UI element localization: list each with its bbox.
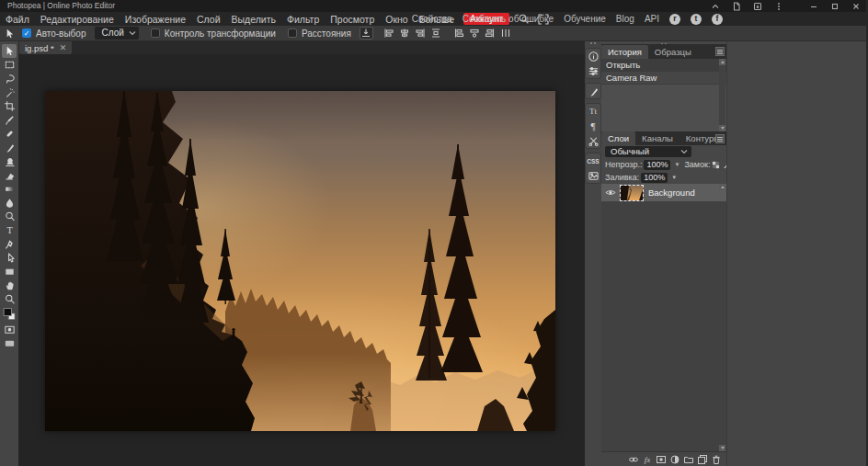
tool-pen[interactable] <box>2 237 17 251</box>
collapse-icon[interactable] <box>711 2 720 11</box>
tool-clone-stamp[interactable] <box>2 154 17 168</box>
transform-controls-checkbox[interactable] <box>151 28 160 38</box>
auto-select-checkbox[interactable]: ✓ <box>22 28 31 38</box>
distances-checkbox[interactable] <box>288 28 297 38</box>
auto-align-icon[interactable] <box>360 27 373 40</box>
tool-screen-mode[interactable] <box>2 336 17 350</box>
group-icon[interactable] <box>683 454 694 465</box>
layer-row[interactable]: Background <box>601 184 726 201</box>
align-vertical-icon[interactable] <box>429 27 443 40</box>
kebab-menu-icon[interactable] <box>774 2 783 11</box>
fill-spinner-icon[interactable]: ▼ <box>671 175 677 180</box>
menu-layer[interactable]: Слой <box>191 14 226 25</box>
new-layer-icon[interactable] <box>697 454 708 465</box>
tool-quick-mask[interactable] <box>2 323 17 336</box>
tool-type[interactable]: T <box>2 223 17 237</box>
menu-edit[interactable]: Редактирование <box>35 14 120 25</box>
adjustment-icon[interactable] <box>669 454 680 465</box>
link-properties[interactable]: Свойства <box>412 14 452 24</box>
link-icon[interactable] <box>628 454 639 465</box>
align-left-icon[interactable] <box>383 27 396 40</box>
menu-filter[interactable]: Фильтр <box>281 14 325 25</box>
tab-close-icon[interactable]: ✕ <box>60 43 67 52</box>
photo-document[interactable] <box>45 91 555 431</box>
menu-image[interactable]: Изображение <box>120 14 191 25</box>
layer-styles-icon[interactable]: fx <box>642 454 653 465</box>
align-center-icon[interactable] <box>398 27 412 40</box>
link-learn[interactable]: Обучение <box>564 14 606 24</box>
distribute-left-icon[interactable] <box>452 27 466 40</box>
tool-hand[interactable] <box>2 278 17 292</box>
scroll-down-icon[interactable] <box>719 445 725 451</box>
tool-spot-heal[interactable] <box>2 127 17 141</box>
distribute-right-icon[interactable] <box>484 27 497 40</box>
tab-channels[interactable]: Каналы <box>635 131 680 145</box>
link-api[interactable]: API <box>645 14 659 24</box>
menu-select[interactable]: Выделить <box>226 14 281 25</box>
character-icon[interactable]: Tt <box>587 104 600 119</box>
color-swatches[interactable] <box>2 306 17 323</box>
plugins-icon[interactable] <box>587 133 600 148</box>
document-tab[interactable]: ig.psd * ✕ <box>19 41 72 54</box>
adjustments-icon[interactable] <box>587 63 600 78</box>
tool-brush[interactable] <box>2 141 17 154</box>
menu-file[interactable]: Файл <box>0 14 35 25</box>
delete-icon[interactable] <box>711 454 722 465</box>
link-blog[interactable]: Blog <box>616 14 634 24</box>
close-icon[interactable] <box>851 2 861 11</box>
reddit-icon[interactable]: r <box>669 14 680 25</box>
tool-marquee-select[interactable] <box>2 58 17 72</box>
minimize-icon[interactable] <box>809 2 818 11</box>
opacity-input[interactable]: 100% <box>644 160 670 170</box>
image-assets-icon[interactable] <box>587 168 600 183</box>
menu-view[interactable]: Просмотр <box>325 14 380 25</box>
lock-transparency-icon[interactable] <box>712 160 720 169</box>
history-menu-icon[interactable] <box>715 47 725 56</box>
align-right-icon[interactable] <box>414 27 428 40</box>
tool-lasso[interactable] <box>2 72 17 85</box>
layers-scrollbar[interactable] <box>719 184 725 451</box>
tool-dodge[interactable] <box>2 210 17 223</box>
facebook-icon[interactable]: f <box>712 14 723 25</box>
new-page-icon[interactable] <box>732 2 741 11</box>
opacity-spinner-icon[interactable]: ▼ <box>674 162 680 167</box>
add-mask-icon[interactable] <box>656 454 667 465</box>
tool-gradient[interactable] <box>2 182 17 196</box>
install-app-icon[interactable] <box>753 2 762 11</box>
twitter-icon[interactable]: t <box>691 14 702 25</box>
tool-magic-wand[interactable] <box>2 85 17 99</box>
scroll-up-icon[interactable] <box>719 184 725 190</box>
tab-swatches[interactable]: Образцы <box>648 45 698 59</box>
tool-eyedropper[interactable] <box>2 113 17 127</box>
scroll-down-icon[interactable] <box>719 125 725 131</box>
restore-icon[interactable] <box>830 2 839 11</box>
layer-thumbnail[interactable] <box>621 186 643 200</box>
tab-layers[interactable]: Слои <box>601 131 635 145</box>
tool-blur[interactable] <box>2 196 17 210</box>
distribute-columns-icon[interactable] <box>499 27 513 40</box>
menu-window[interactable]: Окно <box>380 14 413 25</box>
fill-input[interactable]: 100% <box>641 173 668 183</box>
tool-path-select[interactable] <box>2 251 17 265</box>
auto-select-target-dropdown[interactable]: Слой <box>95 27 138 40</box>
tab-history[interactable]: История <box>601 45 648 59</box>
css-icon[interactable]: CSS <box>587 153 600 168</box>
history-entry[interactable]: Открыть <box>601 59 726 72</box>
tool-shape[interactable] <box>2 265 17 278</box>
history-scrollbar[interactable] <box>719 59 725 131</box>
tool-eraser[interactable] <box>2 168 17 182</box>
scroll-up-icon[interactable] <box>719 59 725 65</box>
paragraph-icon[interactable]: ¶ <box>587 119 600 133</box>
link-report-bug[interactable]: Сообщить об ошибке <box>463 14 554 24</box>
tool-crop[interactable] <box>2 99 17 113</box>
properties-icon[interactable] <box>587 49 600 63</box>
visibility-eye-icon[interactable] <box>604 188 617 197</box>
tool-move[interactable] <box>2 44 17 58</box>
distribute-center-icon[interactable] <box>468 27 482 40</box>
dock-drag-handle[interactable] <box>585 41 601 45</box>
brush-settings-icon[interactable] <box>587 84 600 98</box>
blend-mode-dropdown[interactable]: Обычный <box>605 146 691 157</box>
canvas-area[interactable]: ig.psd * ✕ <box>18 41 585 466</box>
tool-zoom[interactable] <box>2 292 17 306</box>
layers-menu-icon[interactable] <box>715 134 725 143</box>
